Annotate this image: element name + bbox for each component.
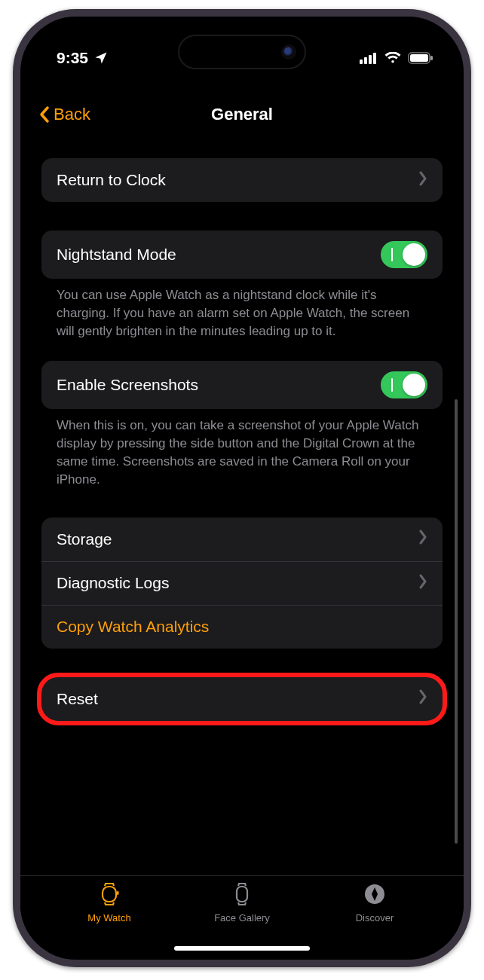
storage-label: Storage xyxy=(57,530,112,548)
back-label: Back xyxy=(54,105,90,124)
screenshots-group: Enable Screenshots xyxy=(41,361,443,409)
chevron-right-icon xyxy=(418,689,427,708)
storage-row[interactable]: Storage xyxy=(41,517,443,561)
chevron-right-icon xyxy=(418,171,427,190)
compass-icon xyxy=(363,882,387,908)
iphone-frame: 9:35 xyxy=(13,9,471,967)
nav-bar: Back General xyxy=(20,92,464,137)
return-to-clock-group: Return to Clock xyxy=(41,158,443,202)
chevron-right-icon xyxy=(418,530,427,548)
nightstand-toggle[interactable] xyxy=(381,241,427,268)
status-time: 9:35 xyxy=(57,49,88,67)
screenshots-row[interactable]: Enable Screenshots xyxy=(41,361,443,409)
chevron-right-icon xyxy=(418,574,427,593)
nightstand-row[interactable]: Nightstand Mode xyxy=(41,230,443,279)
storage-group: Storage Diagnostic Logs Copy Watch Analy… xyxy=(41,517,443,649)
nightstand-group: Nightstand Mode xyxy=(41,230,443,279)
cellular-icon xyxy=(360,52,378,64)
tab-face-gallery[interactable]: Face Gallery xyxy=(176,882,308,924)
svg-rect-6 xyxy=(430,56,433,60)
svg-rect-9 xyxy=(237,887,247,902)
reset-highlight: Reset xyxy=(41,677,443,721)
front-camera xyxy=(283,47,294,57)
screenshots-label: Enable Screenshots xyxy=(57,376,198,394)
wifi-icon xyxy=(384,52,401,64)
location-icon xyxy=(94,51,108,65)
reset-label: Reset xyxy=(57,690,98,708)
scroll-indicator[interactable] xyxy=(455,399,458,844)
screenshots-footer: When this is on, you can take a screensh… xyxy=(41,409,443,488)
tab-my-watch[interactable]: My Watch xyxy=(43,882,176,924)
chevron-left-icon xyxy=(38,105,51,124)
tab-face-gallery-label: Face Gallery xyxy=(214,912,270,924)
copy-analytics-label: Copy Watch Analytics xyxy=(57,618,209,636)
svg-rect-1 xyxy=(364,57,367,64)
copy-analytics-row[interactable]: Copy Watch Analytics xyxy=(41,605,443,649)
tab-bar: My Watch Face Gallery Discover xyxy=(20,875,464,948)
svg-rect-8 xyxy=(117,891,119,895)
diagnostic-logs-label: Diagnostic Logs xyxy=(57,574,169,592)
return-to-clock-row[interactable]: Return to Clock xyxy=(41,158,443,202)
power-button xyxy=(464,265,468,371)
page-title: General xyxy=(211,105,273,124)
svg-rect-2 xyxy=(369,55,372,64)
home-indicator[interactable] xyxy=(174,946,310,951)
svg-rect-7 xyxy=(103,887,116,902)
return-to-clock-label: Return to Clock xyxy=(57,171,166,189)
battery-icon xyxy=(408,52,433,64)
screenshots-toggle[interactable] xyxy=(381,371,427,398)
tab-my-watch-label: My Watch xyxy=(87,912,130,924)
reset-row[interactable]: Reset xyxy=(41,677,443,721)
nightstand-footer: You can use Apple Watch as a nightstand … xyxy=(41,279,443,340)
nightstand-label: Nightstand Mode xyxy=(57,246,176,264)
reset-group: Reset xyxy=(41,677,443,721)
dynamic-island xyxy=(178,35,306,69)
face-gallery-icon xyxy=(230,882,254,908)
svg-rect-0 xyxy=(360,60,363,64)
diagnostic-logs-row[interactable]: Diagnostic Logs xyxy=(41,561,443,605)
settings-content: Return to Clock Nightstand Mode You can … xyxy=(20,158,464,874)
back-button[interactable]: Back xyxy=(38,105,90,124)
watch-icon xyxy=(97,882,121,908)
tab-discover-label: Discover xyxy=(356,912,394,924)
tab-discover[interactable]: Discover xyxy=(308,882,441,924)
svg-rect-5 xyxy=(410,54,428,62)
svg-rect-3 xyxy=(373,53,376,64)
svg-point-11 xyxy=(373,893,376,896)
